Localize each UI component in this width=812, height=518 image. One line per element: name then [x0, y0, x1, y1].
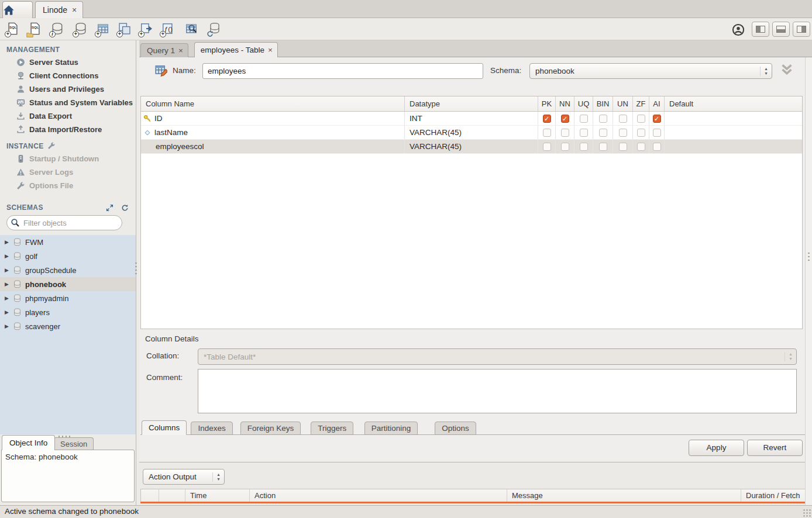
subtab-foreign-keys[interactable]: Foreign Keys	[240, 422, 301, 435]
uq-checkbox[interactable]	[580, 143, 588, 151]
column-row-lastname[interactable]: lastNameVARCHAR(45)	[141, 126, 802, 140]
close-icon[interactable]: ×	[72, 5, 77, 15]
window-resize-grip[interactable]	[803, 509, 811, 517]
column-row-id[interactable]: IDINT✓✓✓	[141, 112, 802, 126]
nn-checkbox-cell[interactable]	[555, 140, 574, 153]
default-cell[interactable]	[664, 112, 802, 125]
ai-checkbox[interactable]	[653, 143, 661, 151]
sidebar-item-server-status[interactable]: Server Status	[0, 56, 136, 69]
column-name-cell[interactable]: lastName	[141, 126, 404, 139]
sidebar-item-status-and-system-variables[interactable]: Status and System Variables	[0, 96, 136, 109]
create-view-button[interactable]: +	[115, 20, 134, 38]
un-checkbox-cell[interactable]	[613, 140, 632, 153]
zf-checkbox[interactable]	[637, 115, 645, 123]
subtab-indexes[interactable]: Indexes	[191, 422, 232, 435]
close-icon[interactable]: ×	[268, 46, 273, 54]
datatype-cell[interactable]: INT	[404, 112, 538, 125]
refresh-schemas-icon[interactable]	[121, 204, 129, 212]
open-sql-script-button[interactable]	[26, 20, 44, 38]
zf-checkbox[interactable]	[637, 129, 645, 137]
schema-select[interactable]: phonebook ▴▾	[529, 63, 772, 79]
editor-tab-employees-table[interactable]: employees - Table×	[194, 42, 278, 57]
pk-checkbox-cell[interactable]	[538, 140, 555, 153]
un-checkbox[interactable]	[619, 143, 627, 151]
close-icon[interactable]: ×	[178, 46, 183, 55]
ai-checkbox-cell[interactable]	[649, 140, 664, 153]
reconnect-dbms-button[interactable]	[206, 20, 225, 38]
datatype-cell[interactable]: VARCHAR(45)	[404, 126, 538, 139]
bin-checkbox[interactable]	[599, 115, 607, 123]
grid-header-pk[interactable]: PK	[538, 96, 555, 111]
schema-item-phpmyadmin[interactable]: ▶phpmyadmin	[0, 291, 136, 305]
bin-checkbox[interactable]	[599, 143, 607, 151]
expander-triangle-icon[interactable]: ▶	[5, 323, 11, 329]
sidebar-splitter-grip[interactable]	[135, 261, 137, 277]
bin-checkbox-cell[interactable]	[593, 112, 613, 125]
pk-checkbox-cell[interactable]	[538, 126, 555, 139]
output-header-message[interactable]: Message	[507, 489, 741, 502]
schema-filter-input[interactable]	[23, 219, 111, 227]
expander-triangle-icon[interactable]: ▶	[5, 267, 11, 273]
bin-checkbox[interactable]	[599, 129, 607, 137]
pk-checkbox[interactable]: ✓	[543, 115, 551, 123]
column-name-cell[interactable]: ID	[141, 112, 404, 125]
expander-triangle-icon[interactable]: ▶	[5, 309, 11, 315]
output-selector[interactable]: Action Output ▴▾	[143, 469, 225, 485]
subtab-partitioning[interactable]: Partitioning	[364, 422, 418, 435]
nn-checkbox[interactable]: ✓	[561, 115, 569, 123]
sidebar-item-client-connections[interactable]: Client Connections	[0, 69, 136, 82]
ai-checkbox[interactable]: ✓	[653, 115, 661, 123]
sidebar-item-startup-shutdown[interactable]: Startup / Shutdown	[0, 152, 136, 165]
expand-panel-icon[interactable]	[106, 204, 113, 212]
ai-checkbox-cell[interactable]: ✓	[649, 112, 664, 125]
new-query-tab-button[interactable]: +	[4, 20, 22, 38]
schema-item-scavenger[interactable]: ▶scavenger	[0, 319, 136, 333]
grid-header-datatype[interactable]: Datatype	[404, 96, 538, 111]
output-header-blank-1[interactable]	[159, 489, 185, 502]
toggle-right-sidebar-button[interactable]	[793, 22, 810, 37]
default-cell[interactable]	[664, 126, 802, 139]
un-checkbox-cell[interactable]	[613, 112, 632, 125]
home-tab[interactable]	[2, 1, 33, 18]
un-checkbox[interactable]	[619, 129, 627, 137]
grid-header-nn[interactable]: NN	[555, 96, 574, 111]
uq-checkbox-cell[interactable]	[574, 112, 593, 125]
nn-checkbox-cell[interactable]	[555, 126, 574, 139]
uq-checkbox[interactable]	[580, 129, 588, 137]
bin-checkbox-cell[interactable]	[593, 126, 613, 139]
toggle-left-sidebar-button[interactable]	[752, 22, 769, 37]
subtab-columns[interactable]: Columns	[142, 420, 187, 435]
inspect-database-button[interactable]: i	[48, 20, 67, 38]
grid-header-column-name[interactable]: Column Name	[141, 96, 404, 111]
zf-checkbox-cell[interactable]	[632, 126, 649, 139]
column-row-employeescol[interactable]: employeescolVARCHAR(45)	[141, 140, 802, 154]
comment-textarea[interactable]	[198, 369, 797, 413]
connection-tab-linode[interactable]: Linode×	[35, 1, 83, 18]
uq-checkbox-cell[interactable]	[574, 126, 593, 139]
create-table-button[interactable]: +	[94, 20, 112, 38]
output-header-duration-fetch[interactable]: Duration / Fetch	[741, 489, 809, 502]
schema-item-groupschedule[interactable]: ▶groupSchedule	[0, 263, 136, 277]
collation-select[interactable]: *Table Default* ▴▾	[198, 348, 797, 365]
zf-checkbox-cell[interactable]	[632, 140, 649, 153]
grid-header-un[interactable]: UN	[613, 96, 632, 111]
sidebar-item-options-file[interactable]: Options File	[0, 179, 136, 192]
nn-checkbox[interactable]	[561, 129, 569, 137]
schema-filter-box[interactable]	[6, 215, 122, 230]
sidebar-item-data-import-restore[interactable]: Data Import/Restore	[0, 123, 136, 136]
expander-triangle-icon[interactable]: ▶	[5, 295, 11, 301]
updates-available-button[interactable]	[729, 22, 748, 39]
pk-checkbox[interactable]	[543, 129, 551, 137]
editor-vertical-scrollbar[interactable]	[805, 57, 812, 505]
uq-checkbox[interactable]	[580, 115, 588, 123]
output-header-time[interactable]: Time	[185, 489, 249, 502]
schema-item-phonebook[interactable]: ▶phonebook	[0, 277, 136, 291]
output-header-action[interactable]: Action	[249, 489, 507, 502]
expand-header-chevron-icon[interactable]	[780, 63, 794, 76]
create-function-button[interactable]: +	[159, 20, 177, 38]
search-table-data-button[interactable]	[182, 20, 201, 38]
nn-checkbox-cell[interactable]: ✓	[555, 112, 574, 125]
schema-item-fwm[interactable]: ▶FWM	[0, 235, 136, 249]
grid-header-uq[interactable]: UQ	[574, 96, 593, 111]
editor-tab-query-1[interactable]: Query 1×	[140, 43, 188, 57]
